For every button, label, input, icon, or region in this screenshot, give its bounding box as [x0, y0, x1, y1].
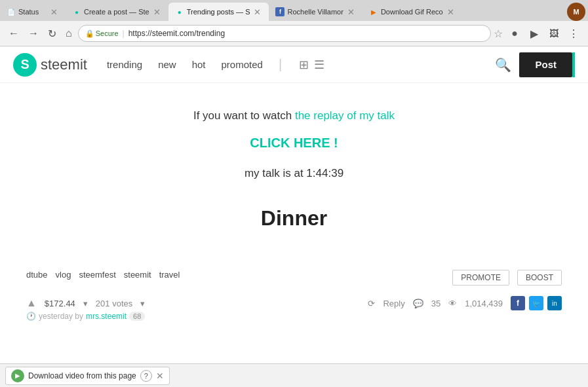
post-button-green-bar — [572, 52, 575, 77]
grid-view-button[interactable]: ⊞ — [298, 56, 310, 73]
tab-create-label: Create a post — Ste — [84, 8, 149, 16]
address-bar-row: ← → ↻ ⌂ 🔒 Secure | https://steemit.com/t… — [0, 21, 588, 46]
tag-steemfest[interactable]: steemfest — [79, 270, 115, 286]
reblog-icon[interactable]: ⟳ — [368, 299, 375, 308]
click-here[interactable]: CLICK HERE ! — [250, 136, 338, 151]
vote-count: ▾ — [83, 299, 88, 308]
download-play-icon[interactable]: ▶ — [11, 369, 24, 382]
tags-row: dtube vlog steemfest steemit travel PROM… — [0, 270, 588, 286]
tab-create[interactable]: ● Create a post — Ste ✕ — [66, 3, 168, 21]
upvote-button[interactable]: ▲ — [26, 297, 37, 309]
tag-dtube[interactable]: dtube — [26, 270, 48, 286]
watch-link[interactable]: the replay of my talk — [295, 109, 395, 122]
nav-hot[interactable]: hot — [192, 59, 206, 70]
download-item: ▶ Download video from this page ? ✕ — [5, 367, 170, 385]
steemit-site: S steemit trending new hot promoted | ⊞ … — [0, 46, 588, 322]
home-button[interactable]: ⌂ — [62, 26, 75, 41]
address-bar[interactable]: 🔒 Secure | https://steemit.com/trending — [78, 25, 491, 42]
nav-new[interactable]: new — [158, 59, 176, 70]
tab-create-favicon: ● — [72, 7, 81, 16]
extension-icon-3[interactable]: 🖼 — [545, 24, 563, 43]
tab-status-label: Status — [18, 8, 47, 16]
steemit-header: S steemit trending new hot promoted | ⊞ … — [0, 46, 588, 83]
comment-badge: 68 — [129, 312, 145, 321]
view-toggle: ⊞ ☰ — [298, 56, 326, 73]
tab-rochelle[interactable]: f Rochelle Villamor ✕ — [269, 3, 362, 21]
steemit-logo-text: steemit — [41, 56, 87, 73]
url-text: https://steemit.com/trending — [128, 29, 225, 38]
tab-rochelle-close[interactable]: ✕ — [346, 7, 356, 17]
download-help-button[interactable]: ? — [140, 370, 152, 382]
tab-trending-close[interactable]: ✕ — [252, 7, 262, 17]
secure-label: Secure — [96, 29, 119, 37]
vote-amount: $172.44 — [45, 299, 75, 308]
tab-gif-label: Download Gif Reco — [381, 8, 443, 16]
yesterday-row: 🕐 yesterday by mrs.steemit 68 — [0, 310, 588, 322]
dinner-title: Dinner — [261, 206, 327, 230]
tab-gif[interactable]: ▶ Download Gif Reco ✕ — [363, 3, 462, 21]
tab-trending[interactable]: ● Trending posts — S ✕ — [168, 3, 269, 21]
eye-icon: 👁 — [448, 299, 457, 308]
votes-dropdown[interactable]: ▾ — [140, 299, 145, 308]
linkedin-share-button[interactable]: in — [547, 296, 562, 310]
tag-vlog[interactable]: vlog — [56, 270, 71, 286]
tab-create-close[interactable]: ✕ — [152, 7, 162, 17]
talk-time: my talk is at 1:44:39 — [245, 167, 343, 180]
tab-status-favicon: 📄 — [7, 7, 16, 16]
tab-rochelle-label: Rochelle Villamor — [287, 8, 343, 16]
tab-bar: 📄 Status ✕ ● Create a post — Ste ✕ ● Tre… — [0, 0, 588, 21]
twitter-share-button[interactable]: 🐦 — [529, 296, 543, 310]
extension-icon-1[interactable]: ● — [505, 24, 524, 43]
tag-travel[interactable]: travel — [159, 270, 180, 286]
browser-right-icons: ● ▶ 🖼 ⋮ — [505, 24, 583, 43]
view-count: 1,014,439 — [465, 299, 503, 308]
steemit-header-right: 🔍 Post — [495, 52, 575, 77]
tab-status[interactable]: 📄 Status ✕ — [0, 3, 66, 21]
comment-icon: 💬 — [413, 299, 423, 308]
secure-badge: 🔒 Secure — [85, 29, 119, 38]
address-separator: | — [123, 29, 125, 38]
tab-trending-favicon: ● — [175, 7, 184, 16]
vote-row: ▲ $172.44 ▾ 201 votes ▾ ⟳ Reply 💬 35 👁 1… — [0, 296, 588, 310]
download-close-button[interactable]: ✕ — [156, 371, 164, 381]
tab-trending-label: Trending posts — S — [187, 8, 250, 16]
social-icons: f 🐦 in — [511, 296, 562, 310]
clock-icon: 🕐 — [26, 312, 36, 321]
back-button[interactable]: ← — [5, 26, 22, 41]
search-button[interactable]: 🔍 — [495, 57, 511, 73]
svg-text:S: S — [20, 57, 29, 71]
refresh-button[interactable]: ↻ — [45, 26, 60, 41]
post-button[interactable]: Post — [519, 52, 572, 77]
promote-button[interactable]: PROMOTE — [452, 270, 509, 286]
forward-button[interactable]: → — [25, 26, 42, 41]
watch-prefix: If you want to watch — [193, 109, 295, 122]
lock-icon: 🔒 — [85, 29, 94, 38]
tab-gif-favicon: ▶ — [369, 7, 378, 16]
download-bar: ▶ Download video from this page ? ✕ — [0, 363, 588, 387]
watch-line: If you want to watch the replay of my ta… — [193, 109, 395, 122]
tab-gif-close[interactable]: ✕ — [446, 7, 456, 17]
bookmark-icon[interactable]: ☆ — [494, 28, 503, 40]
boost-button[interactable]: BOOST — [517, 270, 562, 286]
browser-chrome: 📄 Status ✕ ● Create a post — Ste ✕ ● Tre… — [0, 0, 588, 46]
timestamp-label: yesterday by — [39, 312, 83, 321]
reply-button[interactable]: Reply — [383, 299, 404, 308]
steemit-logo-icon: S — [13, 53, 37, 77]
tab-rochelle-favicon: f — [275, 7, 284, 16]
tag-steemit[interactable]: steemit — [124, 270, 151, 286]
author-name[interactable]: mrs.steemit — [86, 312, 127, 321]
facebook-share-button[interactable]: f — [511, 296, 525, 310]
comment-count: 35 — [431, 299, 441, 308]
download-label: Download video from this page — [28, 371, 136, 380]
votes-label: 201 votes — [96, 299, 132, 308]
extension-icon-2[interactable]: ▶ — [525, 24, 543, 43]
nav-promoted[interactable]: promoted — [222, 59, 263, 70]
nav-trending[interactable]: trending — [107, 59, 142, 70]
tab-status-close[interactable]: ✕ — [49, 7, 59, 17]
browser-menu-icon[interactable]: ⋮ — [564, 24, 583, 43]
steemit-logo[interactable]: S steemit — [13, 53, 87, 77]
steemit-nav: trending new hot promoted | ⊞ ☰ — [107, 56, 496, 73]
list-view-button[interactable]: ☰ — [313, 56, 326, 73]
user-avatar-chrome: M — [567, 3, 585, 21]
nav-divider: | — [279, 57, 282, 72]
